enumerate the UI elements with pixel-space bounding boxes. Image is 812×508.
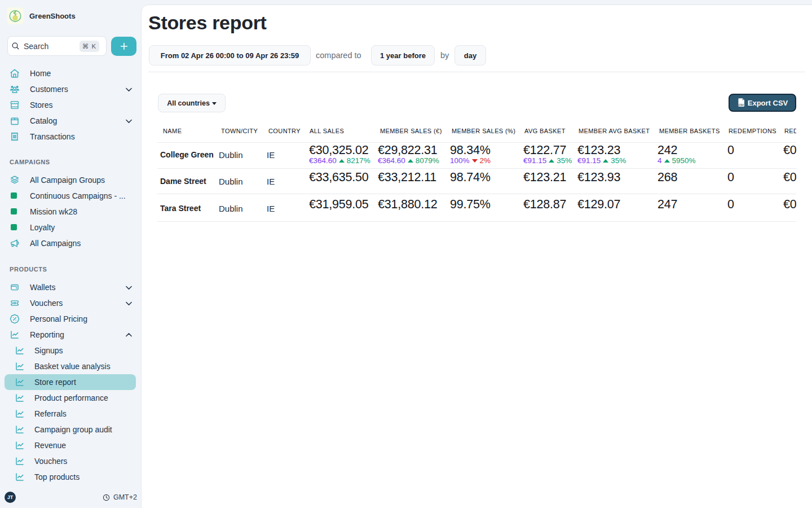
svg-text:CSV: CSV	[739, 104, 744, 107]
